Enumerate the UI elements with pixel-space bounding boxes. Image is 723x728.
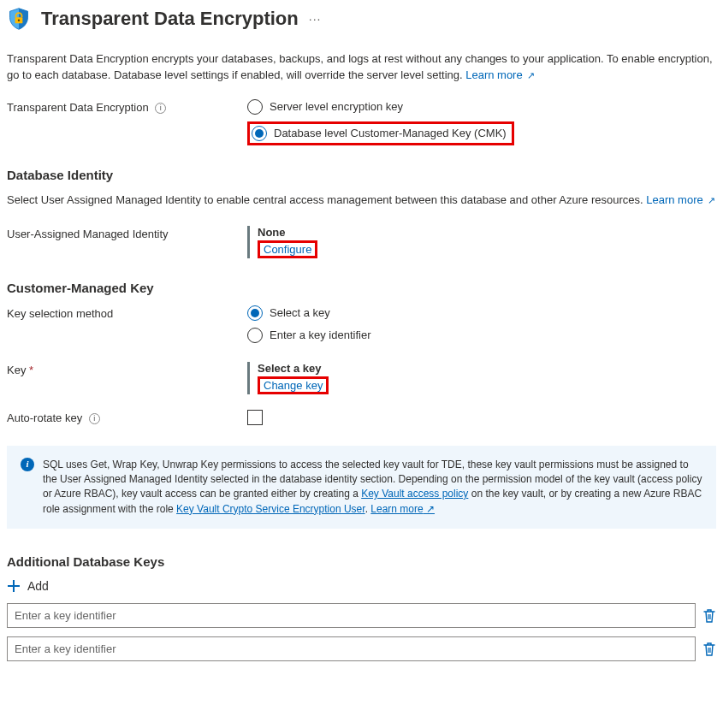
intro-learn-more-link[interactable]: Learn more ↗ xyxy=(465,68,535,81)
info-icon[interactable]: i xyxy=(89,413,100,424)
radio-enter-identifier[interactable]: Enter a key identifier xyxy=(247,328,716,343)
auto-rotate-label: Auto-rotate key i xyxy=(7,410,247,424)
radio-icon xyxy=(247,99,263,115)
radio-label: Database level Customer-Managed Key (CMK… xyxy=(274,127,507,139)
change-key-link[interactable]: Change key xyxy=(264,379,323,392)
section-database-identity: Database Identity xyxy=(7,168,716,182)
add-key-button[interactable]: Add xyxy=(7,579,716,593)
key-label: Key xyxy=(7,362,247,376)
info-callout: i SQL uses Get, Wrap Key, Unwrap Key per… xyxy=(7,446,716,530)
configure-identity-link[interactable]: Configure xyxy=(264,243,311,256)
radio-icon xyxy=(247,305,263,321)
radio-database-cmk[interactable]: Database level Customer-Managed Key (CMK… xyxy=(252,126,507,141)
kv-access-policy-link[interactable]: Key Vault access policy xyxy=(361,488,468,500)
key-identifier-input[interactable] xyxy=(7,636,696,661)
uami-value: None xyxy=(258,226,716,239)
plus-icon xyxy=(7,579,21,593)
key-value: Select a key xyxy=(258,362,716,375)
info-icon[interactable]: i xyxy=(155,103,166,114)
uami-label: User-Assigned Managed Identity xyxy=(7,226,247,240)
more-actions-icon[interactable]: ··· xyxy=(309,12,322,26)
radio-label: Enter a key identifier xyxy=(270,328,371,341)
svg-point-1 xyxy=(18,20,20,21)
radio-select-key[interactable]: Select a key xyxy=(247,305,716,321)
infobox-learn-more-link[interactable]: Learn more ↗ xyxy=(370,503,435,515)
info-icon: i xyxy=(21,458,34,471)
radio-icon xyxy=(252,126,267,141)
key-identifier-input[interactable] xyxy=(7,603,696,628)
db-identity-desc: Select User Assigned Managed Identity to… xyxy=(7,192,716,209)
page-title: Transparent Data Encryption xyxy=(41,8,299,30)
page-header: Transparent Data Encryption ··· xyxy=(7,7,716,31)
radio-label: Server level encryption key xyxy=(270,100,403,113)
key-selection-method-label: Key selection method xyxy=(7,305,247,320)
section-additional-keys: Additional Database Keys xyxy=(7,554,716,569)
delete-icon[interactable] xyxy=(702,608,716,624)
tde-label: Transparent Data Encryption i xyxy=(7,99,247,114)
radio-server-level[interactable]: Server level encryption key xyxy=(247,99,716,115)
db-identity-learn-more-link[interactable]: Learn more ↗ xyxy=(646,193,715,206)
delete-icon[interactable] xyxy=(702,642,716,657)
radio-label: Select a key xyxy=(270,306,330,319)
intro-text: Transparent Data Encryption encrypts you… xyxy=(7,51,716,84)
auto-rotate-checkbox[interactable] xyxy=(247,410,263,425)
shield-lock-icon xyxy=(7,7,31,31)
radio-icon xyxy=(247,328,263,343)
key-identifier-row xyxy=(7,636,716,661)
key-identifier-row xyxy=(7,603,716,628)
kv-crypto-role-link[interactable]: Key Vault Crypto Service Encryption User xyxy=(176,503,365,515)
section-cmk: Customer-Managed Key xyxy=(7,281,716,295)
